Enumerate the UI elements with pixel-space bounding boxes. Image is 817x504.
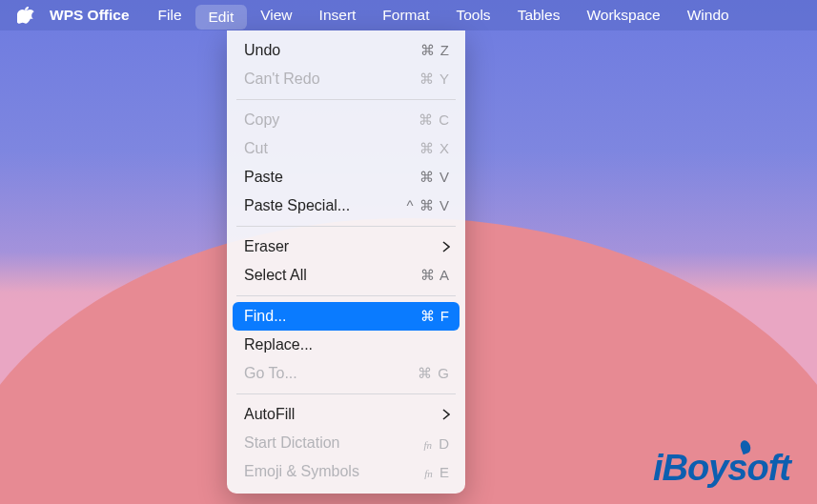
menu-item-copy: Copy⌘ C <box>227 106 465 134</box>
menu-item-label: Paste <box>244 169 419 186</box>
menu-item-label: Replace... <box>244 336 450 353</box>
menu-item-eraser[interactable]: Eraser <box>227 232 465 261</box>
menu-item-shortcut: ⌘ F <box>420 308 450 325</box>
menubar: WPS Office File Edit View Insert Format … <box>0 0 817 30</box>
desktop-background: WPS Office File Edit View Insert Format … <box>0 0 817 504</box>
menu-item-label: Cut <box>244 140 419 157</box>
menu-item-label: Find... <box>244 308 420 325</box>
menubar-app-name[interactable]: WPS Office <box>50 0 145 30</box>
watermark-text: iBoysoft <box>653 448 790 488</box>
menu-separator <box>236 226 456 227</box>
menubar-item-edit[interactable]: Edit <box>195 5 248 30</box>
menu-item-replace[interactable]: Replace... <box>227 331 465 359</box>
menu-item-label: Can't Redo <box>244 71 419 88</box>
menu-item-find[interactable]: Find...⌘ F <box>233 302 460 331</box>
menu-item-shortcut: ⌘ Z <box>420 42 450 59</box>
chevron-right-icon <box>442 409 450 420</box>
menu-item-label: Paste Special... <box>244 197 407 214</box>
edit-menu-dropdown: Undo⌘ ZCan't Redo⌘ YCopy⌘ CCut⌘ XPaste⌘ … <box>227 30 465 494</box>
menubar-item-window[interactable]: Windo <box>674 0 743 30</box>
menu-item-shortcut: ⌘ Y <box>419 71 450 88</box>
menu-item-label: Go To... <box>244 365 418 382</box>
menu-item-shortcut: fn E <box>424 464 450 480</box>
menu-item-shortcut: ^ ⌘ V <box>407 197 450 214</box>
menu-item-cut: Cut⌘ X <box>227 134 465 163</box>
menubar-item-tables[interactable]: Tables <box>504 0 574 30</box>
watermark-logo: iBoysoft <box>653 448 790 489</box>
menu-item-label: Select All <box>244 267 420 284</box>
menu-item-shortcut: ⌘ G <box>418 365 450 382</box>
menubar-item-view[interactable]: View <box>247 0 305 30</box>
menubar-item-file[interactable]: File <box>145 0 195 30</box>
menu-item-shortcut: ⌘ A <box>420 267 450 284</box>
menu-item-shortcut: ⌘ C <box>419 111 450 129</box>
menu-separator <box>236 393 456 394</box>
menu-item-select-all[interactable]: Select All⌘ A <box>227 261 465 290</box>
menu-item-label: Undo <box>244 42 420 59</box>
menu-item-start-dictation: Start Dictationfn D <box>227 429 465 457</box>
menu-item-shortcut: ⌘ X <box>419 140 450 157</box>
chevron-right-icon <box>442 241 450 252</box>
menu-item-autofill[interactable]: AutoFill <box>227 400 465 429</box>
menubar-item-insert[interactable]: Insert <box>306 0 370 30</box>
menu-item-paste-special[interactable]: Paste Special...^ ⌘ V <box>227 192 465 220</box>
menu-item-can-t-redo: Can't Redo⌘ Y <box>227 65 465 93</box>
menubar-item-workspace[interactable]: Workspace <box>573 0 673 30</box>
menu-item-label: Copy <box>244 111 419 129</box>
menubar-item-format[interactable]: Format <box>369 0 442 30</box>
menu-item-shortcut: fn D <box>423 435 450 452</box>
apple-menu-icon[interactable] <box>17 7 34 24</box>
menu-item-go-to: Go To...⌘ G <box>227 359 465 388</box>
menu-item-emoji-symbols: Emoji & Symbolsfn E <box>227 457 465 486</box>
menu-item-paste[interactable]: Paste⌘ V <box>227 163 465 192</box>
menu-separator <box>236 295 456 296</box>
menu-item-label: AutoFill <box>244 406 442 423</box>
menu-item-shortcut: ⌘ V <box>419 169 450 186</box>
menu-item-label: Emoji & Symbols <box>244 463 424 480</box>
menu-item-undo[interactable]: Undo⌘ Z <box>227 36 465 65</box>
menu-separator <box>236 99 456 100</box>
menubar-item-tools[interactable]: Tools <box>442 0 503 30</box>
menu-item-label: Eraser <box>244 238 442 255</box>
menu-item-label: Start Dictation <box>244 434 423 452</box>
